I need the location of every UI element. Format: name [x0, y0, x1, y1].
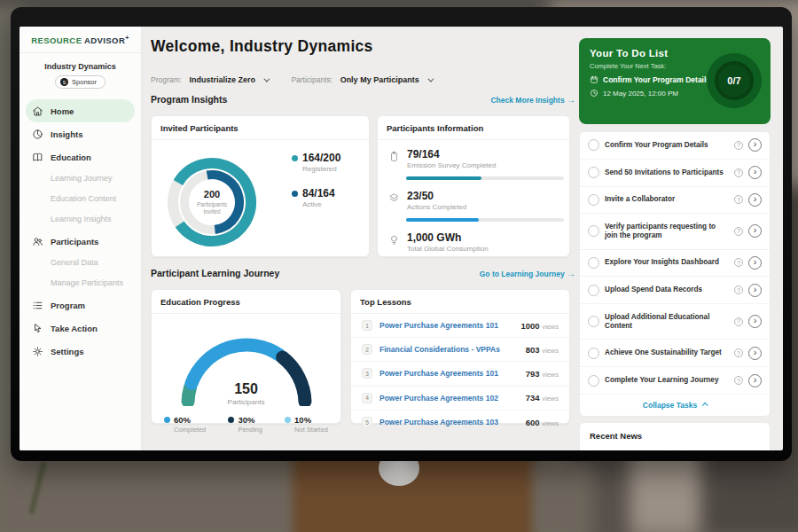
task-label: Verify participants requesting to join t…	[605, 223, 729, 241]
help-icon[interactable]: ?	[734, 258, 743, 267]
completed-dot-icon	[164, 417, 170, 423]
lesson-link[interactable]: Financial Considerations - VPPAs	[379, 345, 519, 354]
sidebar: RESOURCE ADVISOR+ Industry Dynamics S Sp…	[20, 27, 142, 450]
recent-news-title: Recent News	[590, 431, 760, 441]
help-icon[interactable]: ?	[734, 227, 743, 236]
help-icon[interactable]: ?	[734, 195, 743, 204]
calendar-icon	[590, 75, 598, 84]
lesson-rank: 3	[362, 368, 372, 379]
legend-not-started: 10% Not Started	[285, 415, 328, 434]
gauge-center-label: 150 Participants	[168, 381, 325, 406]
participants-filter[interactable]: Participants: Only My Participants	[291, 70, 432, 86]
task-row[interactable]: Explore Your Insights Dashboard ? ›	[580, 250, 770, 278]
task-checkbox[interactable]	[588, 316, 599, 327]
sidebar-item-label: Program	[51, 301, 85, 310]
participants-info-card: Participants Information 79/164 Emission…	[377, 115, 570, 257]
lesson-rank: 4	[362, 393, 372, 403]
pointer-icon	[32, 323, 43, 334]
chevron-right-icon[interactable]: ›	[748, 166, 762, 179]
sidebar-item-general-data[interactable]: General Data	[20, 253, 141, 273]
actions-stack-icon	[388, 192, 400, 204]
sponsor-icon: S	[60, 78, 68, 86]
task-checkbox[interactable]	[588, 225, 599, 237]
global-consumption-row: 1,000 GWh Total Global Consumption	[378, 223, 569, 254]
lesson-link[interactable]: Power Purchase Agreements 101	[379, 369, 519, 378]
education-progress-legend: 60% Completed 30% Pending 10% Not Starte…	[152, 406, 340, 434]
help-icon[interactable]: ?	[734, 286, 743, 294]
not-started-dot-icon	[285, 417, 291, 423]
help-icon[interactable]: ?	[734, 348, 743, 357]
lesson-views: 803 views	[526, 345, 559, 355]
sidebar-item-learning-insights[interactable]: Learning Insights	[20, 209, 141, 230]
sponsor-badge-label: Sponsor	[72, 78, 97, 86]
filter-bar: Program: Industrialize Zero Participants…	[151, 70, 432, 86]
people-icon	[32, 236, 43, 247]
chevron-right-icon[interactable]: ›	[748, 193, 762, 207]
task-row[interactable]: Confirm Your Program Details ? ›	[580, 132, 770, 160]
task-checkbox[interactable]	[588, 194, 599, 206]
lesson-link[interactable]: Power Purchase Agreements 103	[379, 418, 519, 426]
help-icon[interactable]: ?	[734, 376, 743, 385]
program-filter[interactable]: Program: Industrialize Zero	[151, 70, 268, 86]
task-checkbox[interactable]	[588, 285, 599, 296]
org-name: Industry Dynamics	[20, 62, 141, 71]
chevron-right-icon[interactable]: ›	[748, 138, 762, 152]
task-row[interactable]: Verify participants requesting to join t…	[580, 214, 770, 249]
task-checkbox[interactable]	[588, 375, 599, 387]
go-to-learning-journey-link[interactable]: Go to Learning Journey →	[480, 269, 575, 278]
task-label: Achieve One Sustainability Target	[605, 348, 729, 357]
lesson-link[interactable]: Power Purchase Agreements 102	[379, 394, 519, 403]
task-checkbox[interactable]	[588, 167, 599, 178]
task-label: Explore Your Insights Dashboard	[605, 258, 729, 267]
task-row[interactable]: Invite a Collaborator ? ›	[580, 187, 770, 215]
task-row[interactable]: Upload Spend Data Records ? ›	[580, 277, 770, 304]
task-checkbox[interactable]	[588, 257, 599, 269]
lesson-link[interactable]: Power Purchase Agreements 101	[379, 321, 513, 330]
sponsor-badge[interactable]: S Sponsor	[55, 75, 106, 89]
sidebar-item-education-content[interactable]: Education Content	[20, 189, 141, 209]
sidebar-item-take-action[interactable]: Take Action	[20, 317, 141, 340]
sidebar-item-label: Take Action	[51, 324, 98, 333]
task-checkbox[interactable]	[588, 348, 599, 359]
collapse-tasks-link[interactable]: Collapse Tasks	[580, 395, 770, 416]
task-row[interactable]: Send 50 Invitations to Participants ? ›	[580, 160, 770, 187]
pending-dot-icon	[228, 417, 234, 423]
task-row[interactable]: Upload Additional Educational Content ? …	[580, 304, 770, 340]
sidebar-item-settings[interactable]: Settings	[20, 340, 141, 363]
learning-journey-header: Participant Learning Journey Go to Learn…	[151, 268, 575, 278]
sidebar-item-manage-participants[interactable]: Manage Participants	[20, 273, 141, 293]
check-more-insights-link[interactable]: Check More Insights →	[490, 95, 575, 105]
invited-participants-title: Invited Participants	[152, 116, 369, 140]
legend-active: 84/164 Active	[292, 187, 340, 208]
participants-filter-value: Only My Participants	[340, 75, 419, 84]
chevron-right-icon[interactable]: ›	[748, 315, 762, 328]
chevron-right-icon[interactable]: ›	[748, 284, 762, 297]
task-row[interactable]: Achieve One Sustainability Target ? ›	[580, 340, 770, 367]
chevron-right-icon[interactable]: ›	[748, 374, 762, 387]
chevron-right-icon[interactable]: ›	[748, 347, 762, 360]
help-icon[interactable]: ?	[734, 141, 743, 150]
donut-center-label: 200 Participants Invited	[162, 153, 262, 252]
help-icon[interactable]: ?	[734, 168, 743, 177]
task-checkbox[interactable]	[588, 139, 599, 151]
task-label: Upload Spend Data Records	[605, 286, 729, 294]
sidebar-item-label: Education	[51, 153, 91, 162]
task-label: Complete Your Learning Journey	[605, 376, 729, 385]
lesson-row: 5 Power Purchase Agreements 103 600 view…	[351, 411, 569, 434]
todo-counter: 0/7	[727, 75, 740, 86]
sidebar-item-home[interactable]: Home	[26, 99, 135, 122]
sidebar-item-program[interactable]: Program	[20, 293, 141, 317]
sidebar-item-learning-journey[interactable]: Learning Journey	[20, 168, 141, 189]
sidebar-item-participants[interactable]: Participants	[20, 230, 141, 253]
education-progress-title: Education Progress	[152, 290, 340, 314]
lesson-row: 4 Power Purchase Agreements 102 734 view…	[351, 387, 569, 411]
sidebar-item-education[interactable]: Education	[20, 145, 141, 168]
resource-advisor-logo: RESOURCE ADVISOR+	[20, 35, 141, 53]
sidebar-item-label: Home	[51, 106, 74, 116]
sidebar-item-insights[interactable]: Insights	[20, 122, 141, 145]
chevron-right-icon[interactable]: ›	[748, 224, 762, 238]
task-row[interactable]: Complete Your Learning Journey ? ›	[580, 367, 770, 395]
insights-pie-icon	[32, 129, 43, 140]
chevron-right-icon[interactable]: ›	[748, 256, 762, 270]
help-icon[interactable]: ?	[734, 317, 743, 326]
